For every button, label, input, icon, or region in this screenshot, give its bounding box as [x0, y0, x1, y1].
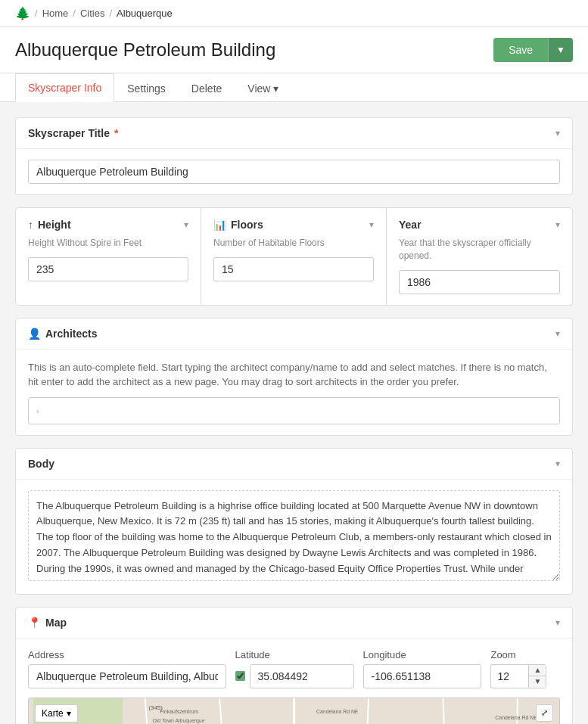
skyscraper-title-header: Skyscraper Title * ▾ [16, 118, 572, 149]
page-title: Albuquerque Petroleum Building [15, 39, 275, 61]
map-expand-icon: ⤢ [541, 708, 548, 717]
architects-body: This is an auto-complete field. Start ty… [16, 350, 572, 435]
tabs-bar: Skyscraper Info Settings Delete View ▾ [0, 73, 588, 102]
map-type-button[interactable]: Karte ▾ [35, 704, 78, 722]
body-textarea[interactable]: The Albuquerque Petroleum Building is a … [28, 490, 560, 581]
latitude-field: Latitude [235, 649, 354, 688]
longitude-field: Longitude [363, 649, 482, 688]
skyscraper-title-input[interactable] [28, 160, 560, 184]
tab-settings[interactable]: Settings [114, 74, 179, 102]
body-content: The Albuquerque Petroleum Building is a … [16, 480, 572, 594]
top-navigation: 🌲 / Home / Cities / Albuquerque [0, 0, 588, 27]
map-controls: Karte ▾ [35, 704, 78, 722]
main-content: Skyscraper Title * ▾ ↑ Height ▾ Height W… [0, 102, 588, 724]
architects-description: This is an auto-complete field. Start ty… [28, 360, 560, 390]
skyscraper-title-card: Skyscraper Title * ▾ [15, 117, 573, 195]
height-section: ↑ Height ▾ Height Without Spire in Feet [16, 208, 201, 305]
height-title: ↑ Height [28, 219, 71, 231]
body-title: Body [28, 458, 54, 470]
height-description: Height Without Spire in Feet [28, 237, 188, 250]
floors-title: 📊 Floors [213, 219, 263, 231]
body-chevron-icon[interactable]: ▾ [555, 458, 560, 469]
zoom-label: Zoom [490, 649, 560, 660]
address-field: Address [28, 649, 226, 688]
height-chevron-icon[interactable]: ▾ [184, 219, 188, 230]
architects-card: 👤 Architects ▾ This is an auto-complete … [15, 318, 573, 436]
zoom-input[interactable] [490, 664, 528, 688]
map-title: 📍 Map [28, 617, 67, 629]
nav-current: Albuquerque [117, 8, 173, 19]
skyscraper-title-body [16, 149, 572, 194]
metrics-row: ↑ Height ▾ Height Without Spire in Feet … [15, 207, 573, 306]
longitude-input[interactable] [363, 664, 482, 688]
address-input[interactable] [28, 664, 226, 688]
save-button-group: Save ▼ [493, 38, 573, 62]
architects-icon: 👤 [28, 328, 41, 340]
save-dropdown-button[interactable]: ▼ [548, 38, 573, 62]
zoom-field: Zoom ▲ ▼ [490, 649, 560, 688]
architects-title: 👤 Architects [28, 328, 97, 340]
svg-text:(345): (345) [149, 704, 163, 710]
zoom-up-button[interactable]: ▲ [529, 665, 546, 676]
title-chevron-icon[interactable]: ▾ [555, 128, 560, 138]
address-label: Address [28, 649, 226, 660]
map-card: 📍 Map ▾ Address Latitude [15, 607, 573, 724]
svg-text:Candelaria Rd NE: Candelaria Rd NE [495, 714, 537, 719]
year-input[interactable] [399, 270, 560, 294]
nav-icon: 🌲 [15, 6, 30, 20]
nav-sep-1: / [35, 8, 38, 19]
year-title: Year [399, 219, 422, 231]
svg-text:Old Town Albuquerque: Old Town Albuquerque [152, 717, 204, 723]
architects-input-chevron-icon: › [36, 406, 39, 415]
zoom-down-button[interactable]: ▼ [529, 676, 546, 688]
year-chevron-icon[interactable]: ▾ [555, 219, 560, 230]
latitude-input-wrap [235, 664, 354, 688]
map-container: LaSilla Dr NW Finkaufszentrum Old Town A… [28, 698, 560, 724]
height-header: ↑ Height ▾ [28, 219, 188, 231]
map-type-dropdown-icon: ▾ [67, 708, 71, 719]
tab-skyscraper-info[interactable]: Skyscraper Info [15, 73, 114, 102]
nav-sep-3: / [109, 8, 112, 19]
nav-cities[interactable]: Cities [80, 8, 105, 19]
zoom-spinners: ▲ ▼ [528, 664, 546, 688]
height-icon: ↑ [28, 219, 33, 231]
map-pin-icon: 📍 [28, 617, 41, 629]
latitude-checkbox[interactable] [235, 671, 245, 681]
svg-text:Finkaufszentrum: Finkaufszentrum [160, 708, 198, 713]
map-fields-row: Address Latitude Longitude [28, 649, 560, 688]
floors-section: 📊 Floors ▾ Number of Habitable Floors [201, 208, 387, 305]
latitude-input[interactable] [250, 664, 354, 688]
map-header: 📍 Map ▾ [16, 607, 572, 639]
body-header: Body ▾ [16, 449, 572, 480]
year-section: Year ▾ Year that the skyscraper official… [387, 208, 572, 305]
height-input[interactable] [28, 257, 188, 281]
floors-chevron-icon[interactable]: ▾ [369, 219, 374, 230]
floors-header: 📊 Floors ▾ [213, 219, 374, 231]
page-header: Albuquerque Petroleum Building Save ▼ [0, 27, 588, 73]
floors-input[interactable] [213, 257, 374, 281]
longitude-label: Longitude [363, 649, 482, 660]
nav-sep-2: / [73, 8, 76, 19]
map-chevron-icon[interactable]: ▾ [555, 617, 560, 628]
year-header: Year ▾ [399, 219, 560, 231]
floors-description: Number of Habitable Floors [213, 237, 374, 250]
tab-view[interactable]: View ▾ [235, 74, 291, 102]
svg-text:Candelaria Rd NE: Candelaria Rd NE [316, 708, 359, 713]
required-star: * [114, 127, 118, 139]
architects-input-area[interactable]: › [28, 397, 560, 424]
zoom-input-wrap: ▲ ▼ [490, 664, 560, 688]
map-body: Address Latitude Longitude [16, 639, 572, 724]
body-card: Body ▾ The Albuquerque Petroleum Buildin… [15, 448, 573, 595]
architects-chevron-icon[interactable]: ▾ [555, 328, 560, 339]
latitude-label: Latitude [235, 649, 354, 660]
skyscraper-title-label: Skyscraper Title * [28, 127, 118, 139]
year-description: Year that the skyscraper officially open… [399, 237, 560, 263]
save-button[interactable]: Save [493, 38, 548, 62]
map-expand-button[interactable]: ⤢ [536, 704, 553, 722]
map-svg: LaSilla Dr NW Finkaufszentrum Old Town A… [29, 698, 559, 724]
architects-header: 👤 Architects ▾ [16, 318, 572, 350]
nav-home[interactable]: Home [42, 8, 69, 19]
tab-delete[interactable]: Delete [179, 74, 235, 102]
floors-icon: 📊 [213, 219, 226, 231]
